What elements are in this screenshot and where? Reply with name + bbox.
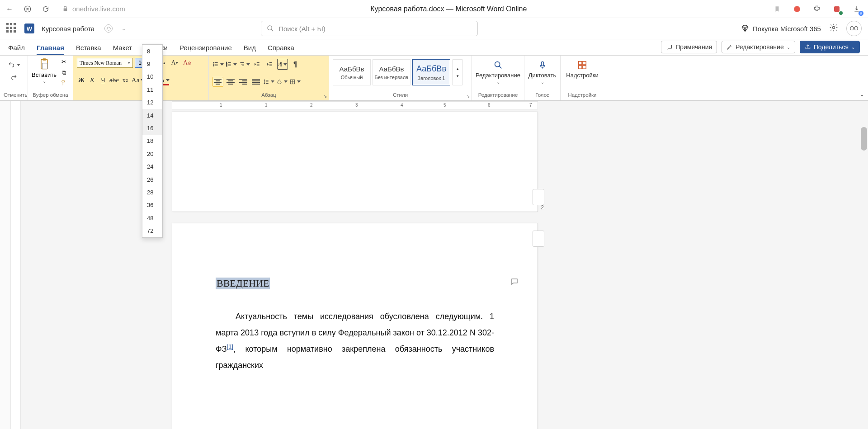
lock-icon [61,5,70,14]
font-size-option[interactable]: 10 [142,71,162,83]
subscript-button[interactable]: x2 [121,75,130,86]
horizontal-ruler[interactable]: 11234567 [172,101,538,109]
svg-rect-17 [579,61,582,65]
align-left-button[interactable] [212,77,223,87]
editing-find-button[interactable]: Редактирование ⌄ [476,57,520,85]
comment-icon [666,44,673,51]
paste-button[interactable]: Вставить ⌄ [32,57,57,84]
text-direction-button[interactable]: ›¶ [277,59,288,70]
comment-marker-icon[interactable] [510,278,519,288]
share-button[interactable]: Поделиться ⌄ [800,41,860,53]
align-right-button[interactable] [238,77,249,87]
shrink-font-button[interactable]: A▾ [169,57,180,68]
font-size-option[interactable]: 24 [142,160,162,173]
font-size-option[interactable]: 9 [142,57,162,70]
buy-m365-link[interactable]: Покупка Microsoft 365 [741,24,821,33]
redo-button[interactable] [9,72,19,83]
document-name[interactable]: Курсовая работа [42,25,94,33]
style-heading1[interactable]: АаБбВв Заголовок 1 [412,59,450,85]
microphone-icon [536,59,549,71]
paragraph-dialog-icon[interactable]: ↘ [323,94,327,99]
addins-button[interactable]: Надстройки [564,57,600,79]
svg-rect-16 [541,62,543,66]
undo-button[interactable] [7,59,20,70]
page-side-handle[interactable] [533,231,544,247]
dictate-button[interactable]: Диктовать ⌄ [528,57,557,85]
settings-icon[interactable] [829,23,838,34]
browser-back-button[interactable]: ← [4,3,15,15]
search-input[interactable]: Поиск (Alt + Ы) [261,21,478,36]
italic-button[interactable]: К [88,75,97,86]
svg-point-0 [24,6,31,12]
format-painter-button[interactable] [59,80,68,88]
tab-help[interactable]: Справка [268,44,294,55]
font-size-option[interactable]: 8 [142,45,162,57]
bold-button[interactable]: Ж [77,75,86,86]
font-size-option[interactable]: 72 [142,224,162,237]
tab-layout[interactable]: Макет [113,44,132,55]
save-status-icon[interactable] [104,24,113,33]
styles-more-button[interactable]: ▴▾ [452,59,463,85]
svg-point-1 [794,6,800,12]
clipboard-group-label: Буфер обмена [32,92,69,99]
tab-home[interactable]: Главная [37,44,64,55]
font-size-option[interactable]: 11 [142,83,162,96]
extensions-icon[interactable] [812,4,822,14]
editing-mode-button[interactable]: Редактирование ⌄ [722,41,795,53]
font-size-dropdown[interactable]: 8910111214161820242628364872 [142,44,163,238]
font-size-option[interactable]: 14 [142,109,162,122]
downloads-icon[interactable]: 9 [852,4,862,14]
decrease-indent-button[interactable] [252,59,263,70]
strike-button[interactable]: abc [109,75,119,86]
clear-format-button[interactable]: A⊘ [182,57,193,68]
document-page[interactable]: ВВЕДЕНИЕ Актуальность темы исследования … [172,223,538,429]
font-size-option[interactable]: 28 [142,186,162,198]
multilevel-list-button[interactable] [239,59,250,70]
line-spacing-button[interactable] [263,76,274,87]
align-justify-button[interactable] [250,77,261,87]
font-size-option[interactable]: 36 [142,199,162,212]
font-size-option[interactable]: 20 [142,147,162,160]
style-no-spacing[interactable]: АаБбВв Без интервала [373,59,410,85]
doc-menu-chevron-icon[interactable]: ⌄ [122,26,126,32]
underline-button[interactable]: Ч [99,75,108,86]
browser-reload-button[interactable] [40,3,52,15]
doc-heading[interactable]: ВВЕДЕНИЕ [216,278,270,289]
vertical-ruler[interactable] [11,101,21,429]
tab-review[interactable]: Рецензирование [179,44,232,55]
vertical-scroll-thumb[interactable] [861,127,867,151]
user-avatar[interactable]: ОО [846,21,862,36]
align-center-button[interactable] [225,77,236,87]
font-size-option[interactable]: 26 [142,173,162,186]
increase-indent-button[interactable] [264,59,275,70]
app-launcher-icon[interactable] [6,23,17,34]
tab-view[interactable]: Вид [244,44,256,55]
cut-button[interactable]: ✂ [59,58,68,66]
bookmark-icon[interactable] [772,4,782,14]
page-side-handle[interactable] [533,189,544,205]
font-size-option[interactable]: 48 [142,212,162,224]
font-name-select[interactable]: Times New Roman ▾ [77,58,133,68]
font-size-option[interactable]: 18 [142,135,162,147]
comments-button[interactable]: Примечания [661,41,717,53]
address-bar[interactable]: onedrive.live.com [61,5,125,14]
addon-status-icon[interactable] [832,4,842,14]
style-normal[interactable]: АаБбВв Обычный [333,59,371,85]
tab-insert[interactable]: Вставка [76,44,101,55]
font-size-option[interactable]: 16 [142,122,162,134]
tab-file[interactable]: Файл [8,44,25,55]
profile-icon[interactable] [792,4,802,14]
numbering-button[interactable]: 123 [226,59,237,70]
svg-rect-19 [579,66,582,69]
browser-home-button[interactable] [22,3,33,15]
styles-dialog-icon[interactable]: ↘ [466,94,470,99]
copy-button[interactable]: ⧉ [59,69,68,77]
footnote-link[interactable]: [1] [227,343,233,350]
show-marks-button[interactable]: ¶ [290,59,301,70]
bullets-button[interactable] [212,59,224,70]
ribbon-collapse-chevron-icon[interactable]: ⌄ [859,91,864,98]
font-size-option[interactable]: 12 [142,96,162,109]
borders-button[interactable] [289,76,301,87]
doc-body[interactable]: Актуальность темы исследования обусловле… [216,308,494,373]
shading-button[interactable] [276,76,288,87]
